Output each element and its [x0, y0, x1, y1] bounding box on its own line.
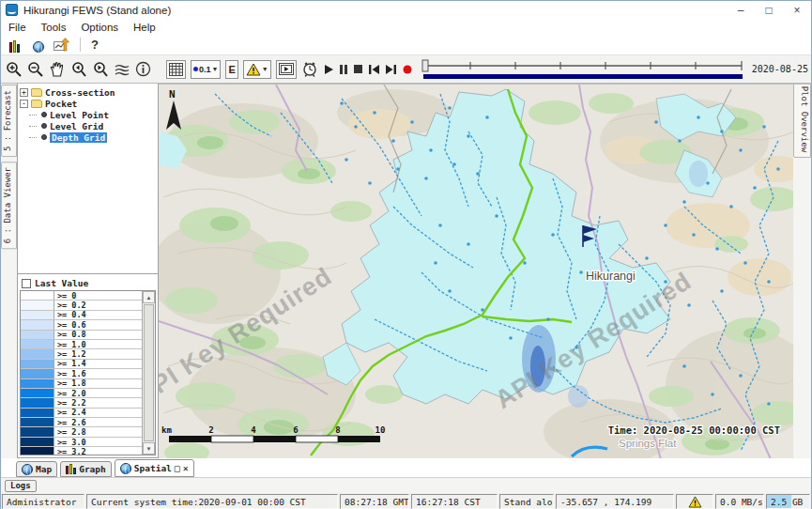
- status-mode: Stand alone: [499, 494, 554, 509]
- legend-row[interactable]: >= 1.8: [21, 379, 142, 389]
- selected-tree-label: Depth Grid: [50, 132, 107, 143]
- scroll-down-icon[interactable]: ▼: [143, 442, 155, 455]
- layers-icon[interactable]: [114, 60, 130, 79]
- legend-row[interactable]: >= 2.4: [21, 409, 142, 418]
- legend-row[interactable]: >= 1.2: [21, 349, 142, 359]
- animation-button[interactable]: [276, 60, 297, 79]
- collapse-icon[interactable]: -: [20, 100, 28, 108]
- legend-row[interactable]: >= 1.4: [21, 360, 142, 369]
- legend-scrollbar[interactable]: ▲ ▼: [142, 291, 155, 455]
- map-canvas[interactable]: API Key Required API Key Required Hikura…: [159, 85, 795, 458]
- menu-tools[interactable]: Tools: [34, 19, 74, 35]
- status-warning-cell[interactable]: [676, 494, 713, 509]
- warning-dropdown[interactable]: ▼: [243, 60, 271, 79]
- legend-row[interactable]: >= 2.8: [21, 427, 142, 437]
- help-button[interactable]: ?: [91, 38, 99, 52]
- record-icon[interactable]: [402, 60, 413, 79]
- time-slider[interactable]: [421, 58, 745, 81]
- bottom-tab-bar: Map Graph Spatial □ ✕: [1, 458, 811, 477]
- tab-map[interactable]: Map: [16, 461, 57, 477]
- skip-to-start-icon[interactable]: [368, 60, 380, 79]
- minimize-button[interactable]: –: [727, 1, 755, 19]
- tab-spatial[interactable]: Spatial □ ✕: [115, 459, 194, 477]
- map-display-globe-icon[interactable]: [30, 38, 46, 53]
- restore-pane-icon[interactable]: □: [175, 463, 180, 473]
- map-viewport[interactable]: API Key Required API Key Required Hikura…: [159, 84, 811, 458]
- stop-icon[interactable]: [353, 60, 363, 79]
- place-label-hikurangi: Hikurangi: [586, 270, 636, 283]
- logs-button[interactable]: Logs: [5, 480, 37, 492]
- zoom-next-icon[interactable]: [92, 60, 109, 79]
- close-button[interactable]: ×: [783, 1, 811, 19]
- legend-row[interactable]: >= 0.8: [21, 331, 142, 340]
- last-value-row[interactable]: Last Value: [20, 276, 156, 290]
- legend-row[interactable]: >= 1.6: [21, 369, 142, 378]
- grid-display-button[interactable]: [166, 60, 186, 79]
- zoom-out-icon[interactable]: [27, 60, 44, 79]
- legend-row-label: >= 2.4: [54, 409, 142, 417]
- tab-forecast[interactable]: 5 : Forecast: [1, 85, 17, 157]
- pause-icon[interactable]: [339, 60, 348, 79]
- legend-row-label: >= 0.2: [54, 301, 142, 309]
- chevron-down-icon: ▼: [262, 66, 268, 72]
- svg-text:10: 10: [375, 425, 386, 435]
- legend-row-label: >= 2.2: [54, 398, 142, 407]
- menu-options[interactable]: Options: [73, 19, 126, 35]
- tree-item-pocket[interactable]: - Pocket: [20, 98, 156, 109]
- app-logo-icon: [6, 4, 18, 16]
- legend-row-label: >= 2.0: [54, 389, 142, 397]
- threshold-dropdown[interactable]: 0.1 ▼: [191, 60, 221, 79]
- menu-file[interactable]: File: [1, 19, 34, 35]
- play-icon[interactable]: [323, 60, 334, 79]
- legend-row[interactable]: >= 3.0: [21, 438, 142, 447]
- tree-item-level-grid[interactable]: Level Grid: [20, 120, 156, 131]
- scrollbar-thumb[interactable]: [144, 304, 154, 441]
- warning-triangle-icon: [688, 496, 702, 508]
- legend-row[interactable]: >= 2.0: [21, 389, 142, 398]
- map-toolbar: 0.1 ▼ E ▼: [1, 54, 811, 84]
- place-label-springs-flat: Springs Flat: [619, 438, 677, 449]
- legend-color-swatch: [21, 360, 54, 368]
- close-pane-icon[interactable]: ✕: [183, 463, 189, 473]
- status-memory: 2.5 GB: [766, 494, 810, 509]
- layer-tree: + Cross-section - Pocket Level Point Lev…: [18, 84, 158, 274]
- expand-icon[interactable]: +: [20, 88, 28, 97]
- legend-row[interactable]: >= 0.2: [21, 301, 142, 310]
- legend-row[interactable]: >= 0.6: [21, 320, 142, 330]
- legend-row[interactable]: >= 0: [21, 291, 142, 301]
- svg-text:4: 4: [251, 425, 256, 435]
- zoom-previous-icon[interactable]: [70, 60, 87, 79]
- scroll-up-icon[interactable]: ▲: [143, 291, 155, 303]
- chevron-down-icon: ▼: [212, 66, 219, 72]
- pan-hand-icon[interactable]: [49, 60, 66, 79]
- svg-text:N: N: [169, 88, 176, 100]
- time-span-bar: [423, 74, 743, 79]
- maximize-button[interactable]: □: [755, 1, 783, 19]
- info-icon[interactable]: [135, 60, 151, 79]
- tree-item-depth-grid[interactable]: Depth Grid: [20, 131, 156, 143]
- legend-row[interactable]: >= 3.2: [21, 447, 142, 455]
- menu-help[interactable]: Help: [126, 19, 163, 35]
- legend-row[interactable]: >= 0.4: [21, 311, 142, 320]
- legend-row[interactable]: >= 2.2: [21, 398, 142, 408]
- folder-icon: [31, 100, 42, 108]
- tree-item-cross-section[interactable]: + Cross-section: [20, 86, 156, 98]
- legend-table: >= 0>= 0.2>= 0.4>= 0.6>= 0.8>= 1.0>= 1.2…: [20, 290, 156, 455]
- timeseries-import-icon[interactable]: [54, 38, 69, 53]
- legend-row[interactable]: >= 1.0: [21, 340, 142, 349]
- database-icon[interactable]: [7, 38, 23, 53]
- tree-item-level-point[interactable]: Level Point: [20, 109, 156, 120]
- legend-row[interactable]: >= 2.6: [21, 418, 142, 427]
- skip-to-end-icon[interactable]: [385, 60, 397, 79]
- tab-graph[interactable]: Graph: [60, 461, 112, 477]
- tab-plot-overview[interactable]: 3 : Plot Overview: [793, 84, 811, 158]
- timer-icon[interactable]: [301, 60, 318, 79]
- tab-data-viewer[interactable]: 6 : Data Viewer: [1, 162, 17, 249]
- elevation-button[interactable]: E: [225, 60, 237, 79]
- legend-color-swatch: [21, 291, 54, 300]
- status-coordinates: -35.657 , 174.199: [556, 494, 674, 509]
- zoom-in-icon[interactable]: [6, 60, 23, 79]
- status-bar: Administrator Current system time:2020-0…: [1, 493, 811, 509]
- last-value-checkbox[interactable]: [22, 279, 31, 288]
- north-arrow-icon: N: [166, 88, 181, 130]
